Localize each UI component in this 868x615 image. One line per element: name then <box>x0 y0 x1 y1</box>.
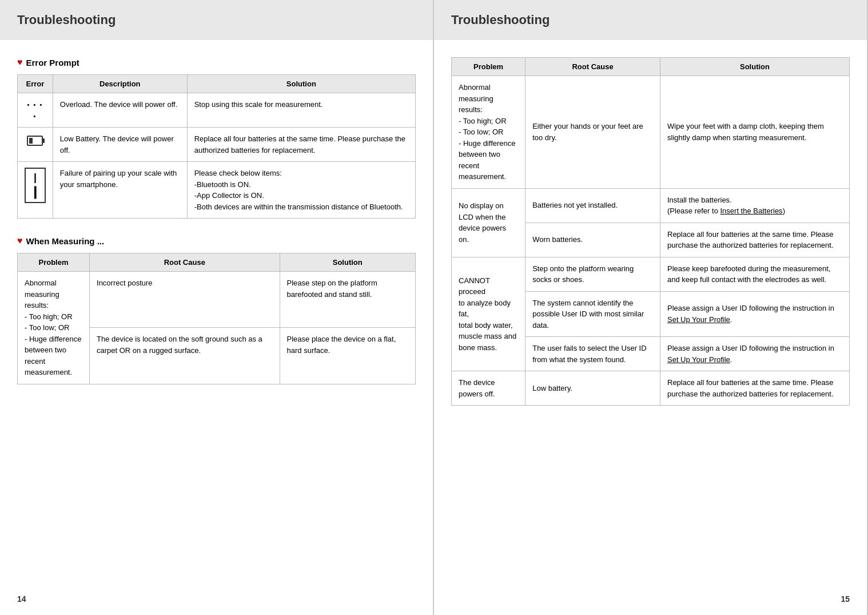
error-solution-bluetooth: Please check below items: -Bluetooth is … <box>187 162 415 219</box>
error-prompt-label: Error Prompt <box>26 58 79 68</box>
dots-icon: • • • • <box>27 101 43 120</box>
table-row: Low Battery. The device will power off. … <box>18 128 416 162</box>
solution-col-header: Solution <box>187 75 415 93</box>
heart-icon-measuring: ♥ <box>17 236 23 246</box>
root-cause-incorrect-posture: Incorrect posture <box>90 272 280 328</box>
table-row: The device powers off. Low battery. Repl… <box>452 371 850 406</box>
left-page-content: ♥ Error Prompt Error Description Solutio… <box>0 57 433 419</box>
problem-cannot-proceed: CANNOT proceed to analyze body fat, tota… <box>452 257 525 371</box>
error-prompt-section-title: ♥ Error Prompt <box>17 57 416 68</box>
right-page-content: Problem Root Cause Solution Abnormal mea… <box>434 57 867 440</box>
error-solution-overload: Stop using this scale for measurement. <box>187 93 415 128</box>
root-cause-col-header-right: Root Cause <box>525 58 660 76</box>
root-cause-fails-select: The user fails to select the User ID fro… <box>525 337 660 371</box>
left-page-number: 14 <box>17 594 26 604</box>
right-page-number: 15 <box>841 594 850 604</box>
right-page: Troubleshooting Problem Root Cause Solut… <box>434 0 868 615</box>
root-cause-cannot-identify: The system cannot identify the possible … <box>525 291 660 337</box>
root-cause-col-header: Root Cause <box>90 253 280 272</box>
error-description-battery: Low Battery. The device will power off. <box>53 128 187 162</box>
bluetooth-icon: | ┃ <box>25 168 46 203</box>
error-description-bluetooth: Failure of pairing up your scale with yo… <box>53 162 187 219</box>
root-cause-worn-batteries: Worn batteries. <box>525 223 660 257</box>
right-page-header: Troubleshooting <box>434 0 867 40</box>
when-measuring-table: Problem Root Cause Solution Abnormal mea… <box>17 253 416 384</box>
problem-col-header: Problem <box>18 253 90 272</box>
solution-wipe-feet: Wipe your feet with a damp cloth, keepin… <box>660 76 850 189</box>
problem-abnormal-right: Abnormal measuring results: - Too high; … <box>452 76 525 189</box>
solution-col-header-right: Solution <box>660 58 850 76</box>
problem-no-display: No display on LCD when the device powers… <box>452 188 525 257</box>
error-prompt-table: Error Description Solution • • • • Overl… <box>17 74 416 219</box>
error-col-header: Error <box>18 75 53 93</box>
error-symbol-bluetooth: | ┃ <box>18 162 53 219</box>
solution-barefooted: Please keep barefooted during the measur… <box>660 257 850 291</box>
solution-replace-batteries-low: Replace all four batteries at the same t… <box>660 371 850 406</box>
table-row: No display on LCD when the device powers… <box>452 188 850 223</box>
when-measuring-label: When Measuring ... <box>26 236 105 246</box>
error-solution-battery: Replace all four batteries at the same t… <box>187 128 415 162</box>
table-row: | ┃ Failure of pairing up your scale wit… <box>18 162 416 219</box>
set-up-profile-link-1: Set Up Your Profile <box>667 315 730 324</box>
solution-col-header-measuring: Solution <box>280 253 415 272</box>
root-cause-dry-feet: Either your hands or your feet are too d… <box>525 76 660 189</box>
set-up-profile-link-2: Set Up Your Profile <box>667 355 730 364</box>
solution-step-platform: Please step on the platform barefooted a… <box>280 272 415 328</box>
problem-col-header-right: Problem <box>452 58 525 76</box>
battery-icon <box>27 136 43 146</box>
when-measuring-section-title: ♥ When Measuring ... <box>17 236 416 246</box>
table-row: Abnormal measuring results: - Too high; … <box>452 76 850 189</box>
left-page-header: Troubleshooting <box>0 0 433 40</box>
solution-install-batteries: Install the batteries.(Please refer to I… <box>660 188 850 223</box>
table-row: CANNOT proceed to analyze body fat, tota… <box>452 257 850 291</box>
table-row: • • • • Overload. The device will power … <box>18 93 416 128</box>
root-cause-low-battery: Low battery. <box>525 371 660 406</box>
heart-icon-error: ♥ <box>17 57 23 68</box>
root-cause-socks-shoes: Step onto the platform wearing socks or … <box>525 257 660 291</box>
root-cause-soft-ground: The device is located on the soft ground… <box>90 328 280 384</box>
root-cause-batteries-not-installed: Batteries not yet installed. <box>525 188 660 223</box>
solution-replace-batteries-worn: Replace all four batteries at the same t… <box>660 223 850 257</box>
solution-flat-surface: Please place the device on a flat, hard … <box>280 328 415 384</box>
solution-assign-user-id-2: Please assign a User ID following the in… <box>660 337 850 371</box>
solution-assign-user-id-1: Please assign a User ID following the in… <box>660 291 850 337</box>
problem-abnormal-left: Abnormal measuring results: - Too high; … <box>18 272 90 384</box>
right-troubleshooting-table: Problem Root Cause Solution Abnormal mea… <box>451 57 850 406</box>
description-col-header: Description <box>53 75 187 93</box>
problem-device-powers-off: The device powers off. <box>452 371 525 406</box>
left-page: Troubleshooting ♥ Error Prompt Error Des… <box>0 0 434 615</box>
error-symbol-battery <box>18 128 53 162</box>
error-description-overload: Overload. The device will power off. <box>53 93 187 128</box>
error-symbol-dots: • • • • <box>18 93 53 128</box>
insert-batteries-link: Insert the Batteries <box>720 207 783 215</box>
table-row: Abnormal measuring results: - Too high; … <box>18 272 416 328</box>
